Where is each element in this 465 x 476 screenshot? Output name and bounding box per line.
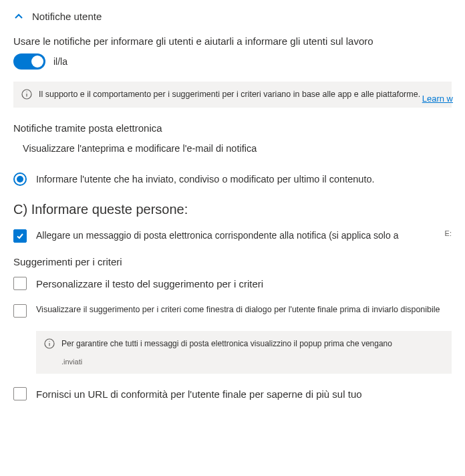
section-header: Notifiche utente	[13, 11, 452, 22]
radio-row-inform-user: Informare l'utente che ha inviato, condi…	[13, 172, 452, 186]
info-icon	[44, 338, 55, 349]
checkbox-row-attach: Allegare un messaggio di posta elettroni…	[13, 229, 452, 243]
toggle-label: il/la	[53, 56, 67, 67]
info-banner-platforms: Il supporto e il comportamento per i sug…	[13, 82, 452, 108]
svg-point-2	[26, 92, 27, 92]
intro-subtitle: Usare le notifiche per informare gli ute…	[13, 35, 452, 47]
toggle-row: il/la	[13, 53, 452, 70]
popup-banner-text: Per garantire che tutti i messaggi di po…	[61, 338, 444, 368]
svg-point-5	[49, 341, 49, 342]
learn-more-link[interactable]: Learn w	[422, 94, 453, 104]
checkbox-row-url: Fornisci un URL di conformità per l'uten…	[13, 387, 452, 401]
attach-email-checkbox[interactable]	[13, 229, 27, 243]
popup-banner-sent: .inviati	[61, 356, 444, 368]
chevron-up-icon[interactable]	[13, 11, 24, 22]
section-c-heading: C) Informare queste persone:	[13, 202, 452, 217]
truncated-suffix: E:	[445, 229, 452, 237]
compliance-url-checkbox[interactable]	[13, 387, 27, 400]
preview-email-text: Visualizzare l'anteprima e modificare l'…	[23, 143, 452, 154]
inform-user-radio[interactable]	[13, 172, 27, 186]
info-banner-popup: Per garantire che tutti i messaggi di po…	[36, 331, 452, 374]
section-title: Notifiche utente	[32, 11, 102, 22]
checkbox-row-customize: Personalizzare il testo del suggerimento…	[13, 277, 452, 291]
email-section-title: Notifiche tramite posta elettronica	[13, 122, 452, 134]
compliance-url-label: Fornisci un URL di conformità per l'uten…	[36, 387, 452, 401]
toggle-thumb	[31, 55, 43, 68]
checkbox-row-dialog: Visualizzare il suggerimento per i crite…	[13, 304, 452, 318]
dialog-checkbox-label: Visualizzare il suggerimento per i crite…	[36, 304, 452, 316]
inform-user-radio-label: Informare l'utente che ha inviato, condi…	[36, 174, 375, 185]
radio-dot	[17, 176, 23, 183]
info-icon	[21, 89, 32, 100]
notifications-toggle[interactable]	[13, 53, 45, 70]
dialog-checkbox[interactable]	[13, 304, 27, 318]
customize-text-checkbox[interactable]	[13, 277, 27, 290]
info-banner-text: Il supporto e il comportamento per i sug…	[39, 88, 444, 101]
customize-text-label: Personalizzare il testo del suggerimento…	[36, 277, 452, 291]
suggestions-title: Suggerimenti per i criteri	[13, 256, 452, 267]
attach-email-label: Allegare un messaggio di posta elettroni…	[36, 229, 436, 243]
